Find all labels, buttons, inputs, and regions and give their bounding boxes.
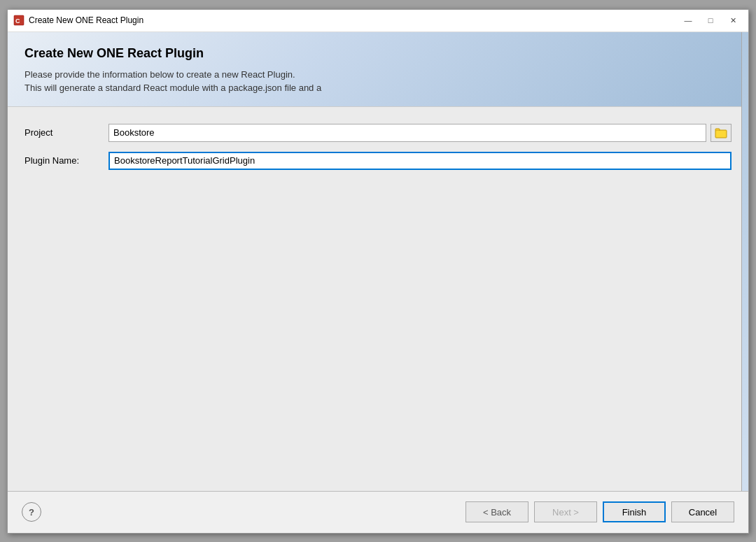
window-controls: — □ ✕ [678, 13, 743, 27]
banner: Create New ONE React Plugin Please provi… [8, 32, 748, 107]
help-button[interactable]: ? [22, 502, 41, 522]
close-button[interactable]: ✕ [723, 13, 743, 27]
plugin-name-row: Plugin Name: [24, 152, 732, 170]
project-input[interactable] [108, 124, 706, 142]
description-line1: Please provide the information below to … [24, 68, 732, 82]
bottom-bar: ? < Back Next > Finish Cancel [8, 491, 748, 533]
cancel-button[interactable]: Cancel [671, 501, 734, 522]
plugin-name-label: Plugin Name: [24, 155, 108, 166]
banner-description: Please provide the information below to … [24, 68, 732, 95]
description-line2: This will generate a standard React modu… [24, 81, 732, 95]
window-title: Create New ONE React Plugin [29, 15, 678, 25]
svg-rect-3 [715, 129, 720, 131]
project-row: Project [24, 124, 732, 142]
maximize-button[interactable]: □ [701, 13, 720, 27]
svg-rect-4 [716, 131, 726, 137]
browse-button[interactable] [710, 124, 732, 142]
form-area: Project Plugin Name: [8, 107, 748, 491]
folder-icon [715, 127, 727, 138]
back-button[interactable]: < Back [465, 501, 528, 522]
next-button[interactable]: Next > [534, 501, 597, 522]
minimize-button[interactable]: — [678, 13, 698, 27]
bottom-buttons: < Back Next > Finish Cancel [465, 501, 734, 522]
banner-title: Create New ONE React Plugin [24, 46, 732, 61]
side-decoration [741, 32, 748, 491]
svg-text:C: C [15, 17, 20, 24]
project-input-wrapper [108, 124, 732, 142]
plugin-name-input[interactable] [108, 152, 732, 170]
finish-button[interactable]: Finish [603, 501, 666, 522]
content-area: Create New ONE React Plugin Please provi… [8, 32, 748, 491]
app-icon: C [13, 15, 24, 26]
project-label: Project [24, 127, 108, 138]
plugin-name-input-wrapper [108, 152, 732, 170]
dialog-window: C Create New ONE React Plugin — □ ✕ Crea… [7, 9, 749, 534]
title-bar: C Create New ONE React Plugin — □ ✕ [8, 10, 748, 32]
